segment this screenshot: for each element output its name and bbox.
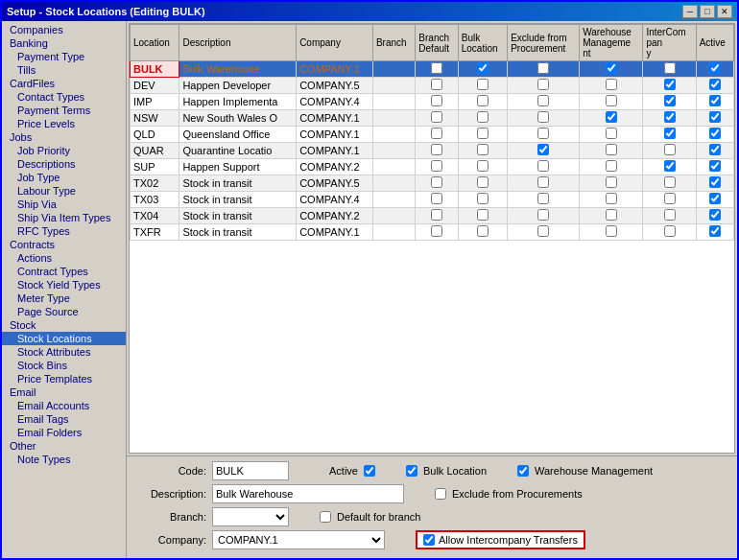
sidebar-item-email-tags[interactable]: Email Tags: [2, 412, 126, 426]
cell-active[interactable]: [696, 159, 733, 175]
cell-intercompany[interactable]: [643, 175, 696, 192]
sidebar-item-email-accounts[interactable]: Email Accounts: [2, 399, 126, 412]
active-checkbox[interactable]: [364, 465, 375, 477]
cell-branch_default[interactable]: [416, 127, 458, 143]
sidebar-item-stock-attributes[interactable]: Stock Attributes: [2, 345, 126, 359]
cell-intercompany[interactable]: [643, 208, 696, 224]
cell-bulk_location[interactable]: [458, 192, 507, 208]
cell-bulk_location[interactable]: [458, 224, 507, 241]
cell-intercompany[interactable]: [643, 143, 696, 159]
table-row[interactable]: TX02Stock in transitCOMPANY.5: [131, 175, 734, 192]
sidebar-item-contact-types[interactable]: Contact Types: [2, 90, 126, 104]
sidebar-item-stock[interactable]: Stock: [2, 318, 126, 332]
close-button[interactable]: ✕: [717, 5, 732, 18]
cell-intercompany[interactable]: [643, 159, 696, 175]
cell-active[interactable]: [696, 61, 733, 78]
warehouse-mgmt-checkbox[interactable]: [517, 465, 529, 477]
default-branch-checkbox[interactable]: [320, 511, 331, 523]
cell-warehouse_mgmt[interactable]: [580, 127, 643, 143]
company-select[interactable]: COMPANY.1: [212, 530, 385, 549]
cell-bulk_location[interactable]: [458, 78, 507, 94]
bulk-location-checkbox[interactable]: [406, 465, 417, 477]
sidebar-item-jobs[interactable]: Jobs: [2, 130, 126, 144]
cell-branch_default[interactable]: [416, 224, 458, 241]
cell-branch_default[interactable]: [416, 159, 458, 175]
sidebar-item-stock-yield-types[interactable]: Stock Yield Types: [2, 278, 126, 292]
code-input[interactable]: [212, 461, 289, 480]
cell-active[interactable]: [696, 175, 733, 192]
cell-branch_default[interactable]: [416, 110, 458, 127]
cell-exclude_procurement[interactable]: [508, 224, 580, 241]
table-row[interactable]: NSWNew South Wales OCOMPANY.1: [131, 110, 734, 127]
cell-warehouse_mgmt[interactable]: [580, 224, 643, 241]
cell-exclude_procurement[interactable]: [508, 78, 580, 94]
sidebar-item-contracts[interactable]: Contracts: [2, 238, 126, 251]
sidebar-item-job-type[interactable]: Job Type: [2, 171, 126, 184]
sidebar-item-stock-bins[interactable]: Stock Bins: [2, 359, 126, 372]
cell-branch_default[interactable]: [416, 143, 458, 159]
cell-intercompany[interactable]: [643, 94, 696, 110]
cell-bulk_location[interactable]: [458, 110, 507, 127]
cell-intercompany[interactable]: [643, 61, 696, 78]
table-row[interactable]: IMPHappen ImplementaCOMPANY.4: [131, 94, 734, 110]
cell-exclude_procurement[interactable]: [508, 127, 580, 143]
sidebar-item-banking[interactable]: Banking: [2, 36, 126, 50]
cell-bulk_location[interactable]: [458, 175, 507, 192]
cell-exclude_procurement[interactable]: [508, 110, 580, 127]
cell-bulk_location[interactable]: [458, 208, 507, 224]
cell-active[interactable]: [696, 192, 733, 208]
sidebar-item-ship-via-items[interactable]: Ship Via Item Types: [2, 211, 126, 224]
description-input[interactable]: [212, 484, 404, 503]
sidebar-item-ship-via[interactable]: Ship Via: [2, 198, 126, 211]
cell-warehouse_mgmt[interactable]: [580, 192, 643, 208]
sidebar-item-note-types[interactable]: Note Types: [2, 453, 126, 466]
cell-warehouse_mgmt[interactable]: [580, 110, 643, 127]
cell-warehouse_mgmt[interactable]: [580, 94, 643, 110]
sidebar-item-email[interactable]: Email: [2, 385, 126, 399]
table-row[interactable]: QUARQuarantine LocatioCOMPANY.1: [131, 143, 734, 159]
table-row[interactable]: TXFRStock in transitCOMPANY.1: [131, 224, 734, 241]
cell-bulk_location[interactable]: [458, 159, 507, 175]
exclude-procurement-checkbox[interactable]: [435, 488, 446, 500]
sidebar-item-stock-locations[interactable]: Stock Locations: [2, 332, 126, 345]
sidebar-item-job-priority[interactable]: Job Priority: [2, 144, 126, 157]
cell-exclude_procurement[interactable]: [508, 94, 580, 110]
cell-branch_default[interactable]: [416, 208, 458, 224]
cell-intercompany[interactable]: [643, 110, 696, 127]
cell-exclude_procurement[interactable]: [508, 61, 580, 78]
cell-warehouse_mgmt[interactable]: [580, 175, 643, 192]
sidebar-item-descriptions[interactable]: Descriptions: [2, 157, 126, 171]
sidebar-item-page-source[interactable]: Page Source: [2, 305, 126, 318]
cell-warehouse_mgmt[interactable]: [580, 159, 643, 175]
allow-transfers-checkbox[interactable]: [423, 534, 435, 546]
cell-bulk_location[interactable]: [458, 94, 507, 110]
cell-branch_default[interactable]: [416, 175, 458, 192]
sidebar-item-payment-type[interactable]: Payment Type: [2, 50, 126, 63]
cell-branch_default[interactable]: [416, 61, 458, 78]
cell-warehouse_mgmt[interactable]: [580, 61, 643, 78]
cell-active[interactable]: [696, 143, 733, 159]
cell-warehouse_mgmt[interactable]: [580, 78, 643, 94]
sidebar-item-price-templates[interactable]: Price Templates: [2, 372, 126, 385]
cell-exclude_procurement[interactable]: [508, 143, 580, 159]
cell-bulk_location[interactable]: [458, 61, 507, 78]
cell-active[interactable]: [696, 110, 733, 127]
sidebar-item-payment-terms[interactable]: Payment Terms: [2, 104, 126, 117]
cell-exclude_procurement[interactable]: [508, 159, 580, 175]
cell-intercompany[interactable]: [643, 78, 696, 94]
maximize-button[interactable]: □: [700, 5, 715, 18]
cell-active[interactable]: [696, 224, 733, 241]
sidebar-item-price-levels[interactable]: Price Levels: [2, 117, 126, 130]
cell-active[interactable]: [696, 127, 733, 143]
sidebar-item-email-folders[interactable]: Email Folders: [2, 426, 126, 439]
sidebar-item-rfc-types[interactable]: RFC Types: [2, 224, 126, 238]
sidebar-item-companies[interactable]: Companies: [2, 23, 126, 36]
table-area[interactable]: Location Description Company Branch Bran…: [129, 23, 735, 454]
sidebar-item-meter-type[interactable]: Meter Type: [2, 292, 126, 305]
cell-intercompany[interactable]: [643, 127, 696, 143]
cell-bulk_location[interactable]: [458, 143, 507, 159]
cell-exclude_procurement[interactable]: [508, 175, 580, 192]
sidebar-item-labour-type[interactable]: Labour Type: [2, 184, 126, 198]
sidebar-item-tills[interactable]: Tills: [2, 63, 126, 77]
cell-intercompany[interactable]: [643, 224, 696, 241]
